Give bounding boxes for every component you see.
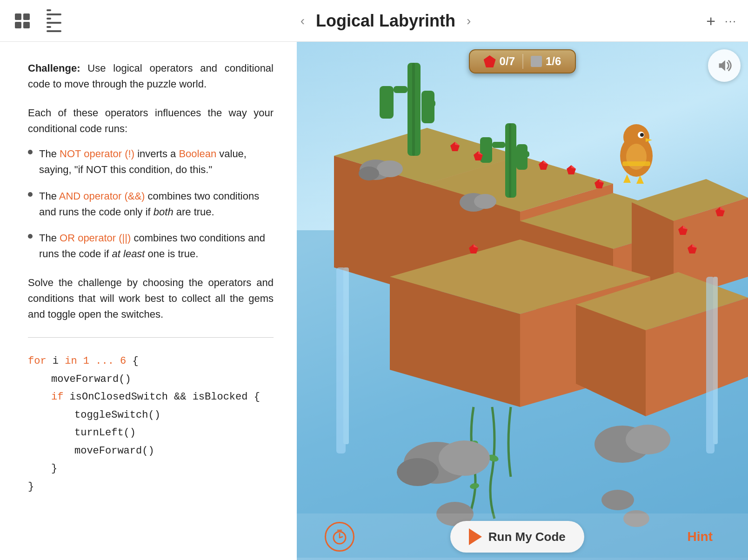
timer-icon	[331, 528, 348, 546]
intro-paragraph: Each of these operators influences the w…	[28, 105, 274, 137]
svg-marker-66	[623, 174, 631, 183]
game-controls: Run My Code Hint	[297, 513, 748, 560]
svg-point-38	[377, 160, 403, 177]
gems-score: 0/7	[484, 55, 515, 68]
svg-rect-35	[516, 144, 528, 170]
more-button[interactable]: ···	[725, 14, 737, 27]
next-button[interactable]: ›	[463, 12, 474, 30]
code-line-6: moveForward()	[28, 442, 274, 460]
not-operator-text: The NOT operator (!) inverts a Boolean v…	[39, 146, 274, 178]
left-panel: Challenge: Use logical operators and con…	[0, 42, 297, 560]
svg-point-39	[359, 167, 379, 180]
challenge-paragraph: Challenge: Use logical operators and con…	[28, 60, 274, 92]
challenge-label: Challenge:	[28, 62, 80, 74]
page-title: Logical Labyrinth	[316, 11, 455, 31]
score-separator	[522, 54, 523, 69]
svg-rect-83	[713, 277, 718, 444]
svg-rect-32	[492, 142, 505, 148]
prev-button[interactable]: ‹	[297, 12, 308, 30]
operators-list: The NOT operator (!) inverts a Boolean v…	[28, 146, 274, 262]
code-line-1: for i in 1 ... 6 {	[28, 353, 274, 371]
grid-view-button[interactable]	[11, 10, 33, 32]
bullet-dot	[28, 192, 33, 197]
svg-rect-68	[622, 161, 650, 166]
sound-button[interactable]	[708, 49, 741, 82]
timer-button[interactable]	[325, 522, 354, 552]
or-operator-highlight: OR operator (||)	[60, 232, 131, 244]
range-literal: 1 ... 6	[83, 355, 126, 367]
in-keyword: in	[65, 355, 77, 367]
list-view-button[interactable]	[43, 6, 65, 36]
svg-point-78	[601, 490, 634, 510]
run-code-button[interactable]: Run My Code	[450, 521, 584, 553]
play-icon	[469, 528, 482, 545]
svg-point-63	[640, 133, 644, 137]
player-character	[620, 124, 653, 184]
both-italic: both	[154, 206, 174, 218]
svg-rect-81	[343, 267, 349, 444]
svg-rect-36	[509, 123, 511, 198]
gem-icon	[484, 55, 496, 67]
and-operator-highlight: AND operator (&&)	[59, 190, 145, 202]
nav-title-area: ‹ Logical Labyrinth ›	[65, 11, 706, 31]
svg-point-73	[439, 440, 490, 476]
svg-point-74	[397, 458, 439, 486]
svg-point-76	[626, 425, 670, 454]
code-block: for i in 1 ... 6 { moveForward() if isOn…	[28, 353, 274, 496]
not-operator-highlight: NOT operator (!)	[60, 148, 134, 160]
run-code-label: Run My Code	[488, 530, 566, 544]
svg-rect-26	[394, 86, 407, 93]
main-content: Challenge: Use logical operators and con…	[0, 42, 748, 560]
grid-icon	[15, 13, 30, 28]
switches-count: 1/6	[546, 55, 561, 68]
svg-point-41	[474, 194, 496, 209]
top-nav: ‹ Logical Labyrinth › + ···	[0, 0, 748, 42]
bullet-dot	[28, 150, 33, 154]
code-line-8: }	[28, 478, 274, 496]
list-item: The AND operator (&&) combines two condi…	[28, 188, 274, 220]
switches-score: 1/6	[531, 55, 561, 68]
list-icon	[47, 9, 61, 32]
right-panel: 0/7 1/6	[297, 42, 748, 560]
nav-left	[11, 6, 65, 36]
boolean-highlight: Boolean	[179, 148, 216, 160]
list-item: The OR operator (||) combines two condit…	[28, 230, 274, 262]
svg-rect-27	[380, 86, 394, 119]
code-line-5: turnLeft()	[28, 424, 274, 442]
code-line-7: }	[28, 460, 274, 478]
add-button[interactable]: +	[706, 13, 715, 29]
sound-icon	[715, 57, 733, 74]
code-line-2: moveForward()	[28, 371, 274, 389]
for-keyword: for	[28, 355, 47, 367]
score-hud: 0/7 1/6	[469, 49, 576, 73]
switch-icon	[531, 56, 542, 67]
if-keyword: if	[51, 391, 63, 403]
divider	[28, 337, 274, 338]
svg-rect-33	[480, 137, 492, 163]
code-line-4: toggleSwitch()	[28, 407, 274, 425]
svg-rect-29	[421, 91, 434, 123]
svg-rect-30	[412, 63, 415, 156]
hint-button[interactable]: Hint	[680, 526, 720, 548]
list-item: The NOT operator (!) inverts a Boolean v…	[28, 146, 274, 178]
gem-4	[567, 165, 576, 174]
code-line-3: if isOnClosedSwitch && isBlocked {	[28, 388, 274, 407]
at-least-italic: at least	[112, 248, 145, 260]
solve-paragraph: Solve the challenge by choosing the oper…	[28, 275, 274, 322]
bullet-dot	[28, 234, 33, 239]
nav-right: + ···	[706, 13, 737, 29]
or-operator-text: The OR operator (||) combines two condit…	[39, 230, 274, 262]
game-scene-svg	[297, 42, 748, 560]
and-operator-text: The AND operator (&&) combines two condi…	[39, 188, 274, 220]
gems-count: 0/7	[500, 55, 515, 68]
